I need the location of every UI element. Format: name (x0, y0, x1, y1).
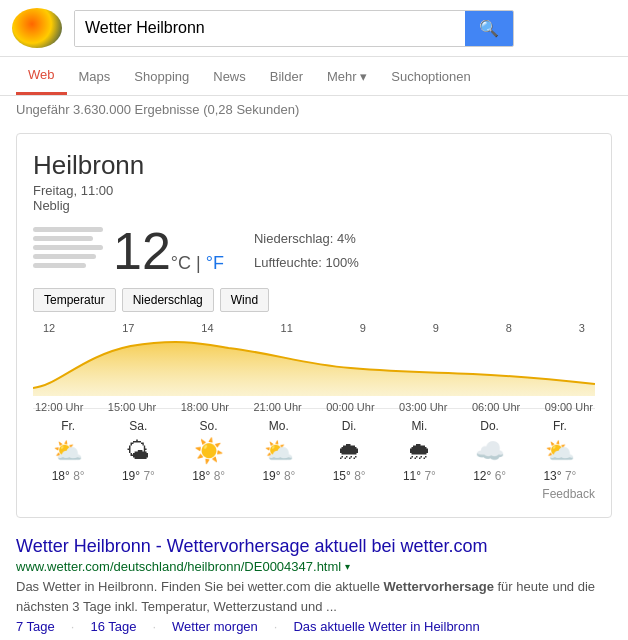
forecast-weather-icon: 🌧 (314, 437, 384, 465)
forecast-weather-icon: 🌤 (103, 437, 173, 465)
forecast-weather-icon: ☀️ (174, 437, 244, 465)
forecast-high: 18° (52, 469, 70, 483)
nav-item-bilder[interactable]: Bilder (258, 59, 315, 94)
forecast-temps: 18° 8° (33, 469, 103, 483)
nav-item-suchoptionen[interactable]: Suchoptionen (379, 59, 483, 94)
weather-main: 12 °C | °F Niederschlag: 4% Luftfeuchte:… (33, 223, 595, 278)
result-sub-link[interactable]: 16 Tage (90, 619, 136, 634)
forecast-temps: 18° 8° (174, 469, 244, 483)
forecast-day-name: Mi. (384, 419, 454, 433)
forecast-high: 11° (403, 469, 421, 483)
niederschlag: Niederschlag: 4% (254, 227, 359, 250)
chart-val-label: 3 (579, 322, 585, 334)
chart-val-label: 14 (201, 322, 213, 334)
chart-time-label: 21:00 Uhr (253, 401, 301, 413)
result-sub-link[interactable]: 7 Tage (16, 619, 55, 634)
forecast-temps: 15° 8° (314, 469, 384, 483)
result-info: Ungefähr 3.630.000 Ergebnisse (0,28 Seku… (0, 96, 628, 123)
weather-city: Heilbronn (33, 150, 595, 181)
weather-unit: °C | °F (171, 253, 224, 274)
forecast-day: Do. ☁️ 12° 6° (455, 419, 525, 483)
forecast-day: Sa. 🌤 19° 7° (103, 419, 173, 483)
search-result: Wetter Heilbronn - Wettervorhersage aktu… (16, 536, 612, 634)
temperature-chart (33, 336, 595, 396)
forecast-weather-icon: ☁️ (455, 437, 525, 465)
nav-item-maps[interactable]: Maps (67, 59, 123, 94)
forecast-day-name: So. (174, 419, 244, 433)
chart-time-label: 06:00 Uhr (472, 401, 520, 413)
weather-chart: 121714119983 12:00 Uhr15:00 Uhr18:00 Uhr… (33, 322, 595, 402)
forecast-temps: 19° 8° (244, 469, 314, 483)
weather-tab-temperatur[interactable]: Temperatur (33, 288, 116, 312)
weather-fog-icon (33, 223, 103, 278)
feedback-link[interactable]: Feedback (33, 483, 595, 501)
forecast: Fr. ⛅ 18° 8° Sa. 🌤 19° 7° So. ☀️ 18° 8° … (33, 408, 595, 483)
search-button[interactable]: 🔍 (465, 11, 513, 46)
forecast-day: Fr. ⛅ 13° 7° (525, 419, 595, 483)
luftfeuchte: Luftfeuchte: 100% (254, 251, 359, 274)
forecast-day: Mo. ⛅ 19° 8° (244, 419, 314, 483)
unit-c: °C (171, 253, 191, 273)
result-sub-links: 7 Tage · 16 Tage · Wetter morgen · Das a… (16, 619, 612, 634)
forecast-high: 19° (262, 469, 280, 483)
result-description: Das Wetter in Heilbronn. Finden Sie bei … (16, 577, 612, 616)
forecast-day-name: Di. (314, 419, 384, 433)
chart-val-label: 12 (43, 322, 55, 334)
chart-val-label: 17 (122, 322, 134, 334)
forecast-weather-icon: ⛅ (33, 437, 103, 465)
nav-item-mehr[interactable]: Mehr ▾ (315, 59, 379, 94)
chart-time-label: 18:00 Uhr (181, 401, 229, 413)
weather-tab-wind[interactable]: Wind (220, 288, 269, 312)
chart-val-label: 9 (433, 322, 439, 334)
forecast-high: 15° (333, 469, 351, 483)
weather-details: Niederschlag: 4% Luftfeuchte: 100% (254, 227, 359, 274)
weather-box: Heilbronn Freitag, 11:00 Neblig 12 °C | … (16, 133, 612, 518)
search-box: 🔍 (74, 10, 514, 47)
chart-val-label: 11 (281, 322, 293, 334)
forecast-weather-icon: 🌧 (384, 437, 454, 465)
forecast-high: 13° (543, 469, 561, 483)
result-sub-link[interactable]: Das aktuelle Wetter in Heilbronn (293, 619, 479, 634)
chart-value-labels: 121714119983 (33, 322, 595, 334)
header: 🔍 (0, 0, 628, 57)
forecast-temps: 13° 7° (525, 469, 595, 483)
google-logo (12, 8, 62, 48)
result-url-text: www.wetter.com/deutschland/heilbronn/DE0… (16, 559, 341, 574)
forecast-high: 19° (122, 469, 140, 483)
forecast-high: 12° (473, 469, 491, 483)
forecast-weather-icon: ⛅ (525, 437, 595, 465)
chart-val-label: 8 (506, 322, 512, 334)
weather-tabs: TemperaturNiederschlagWind (33, 288, 595, 312)
weather-tab-niederschlag[interactable]: Niederschlag (122, 288, 214, 312)
result-url: www.wetter.com/deutschland/heilbronn/DE0… (16, 559, 612, 574)
forecast-low: 8° (73, 469, 84, 483)
forecast-low: 8° (354, 469, 365, 483)
forecast-low: 7° (424, 469, 435, 483)
nav-item-web[interactable]: Web (16, 57, 67, 95)
chart-time-labels: 12:00 Uhr15:00 Uhr18:00 Uhr21:00 Uhr00:0… (33, 401, 595, 413)
unit-f-link[interactable]: °F (206, 253, 224, 273)
forecast-day-name: Fr. (525, 419, 595, 433)
forecast-day-name: Sa. (103, 419, 173, 433)
weather-datetime: Freitag, 11:00 (33, 183, 595, 198)
chart-time-label: 03:00 Uhr (399, 401, 447, 413)
chart-time-label: 12:00 Uhr (35, 401, 83, 413)
forecast-weather-icon: ⛅ (244, 437, 314, 465)
nav-bar: WebMapsShoppingNewsBilderMehr ▾Suchoptio… (0, 57, 628, 96)
weather-condition: Neblig (33, 198, 595, 213)
forecast-day-name: Fr. (33, 419, 103, 433)
unit-sep: | (196, 253, 206, 273)
forecast-low: 7° (565, 469, 576, 483)
search-input[interactable] (75, 11, 465, 46)
result-sub-link[interactable]: Wetter morgen (172, 619, 258, 634)
weather-temperature: 12 (113, 225, 171, 277)
forecast-low: 7° (143, 469, 154, 483)
nav-item-news[interactable]: News (201, 59, 258, 94)
forecast-day: Di. 🌧 15° 8° (314, 419, 384, 483)
forecast-temps: 19° 7° (103, 469, 173, 483)
forecast-low: 8° (284, 469, 295, 483)
nav-item-shopping[interactable]: Shopping (122, 59, 201, 94)
forecast-day-name: Mo. (244, 419, 314, 433)
chart-time-label: 15:00 Uhr (108, 401, 156, 413)
result-title[interactable]: Wetter Heilbronn - Wettervorhersage aktu… (16, 536, 612, 557)
